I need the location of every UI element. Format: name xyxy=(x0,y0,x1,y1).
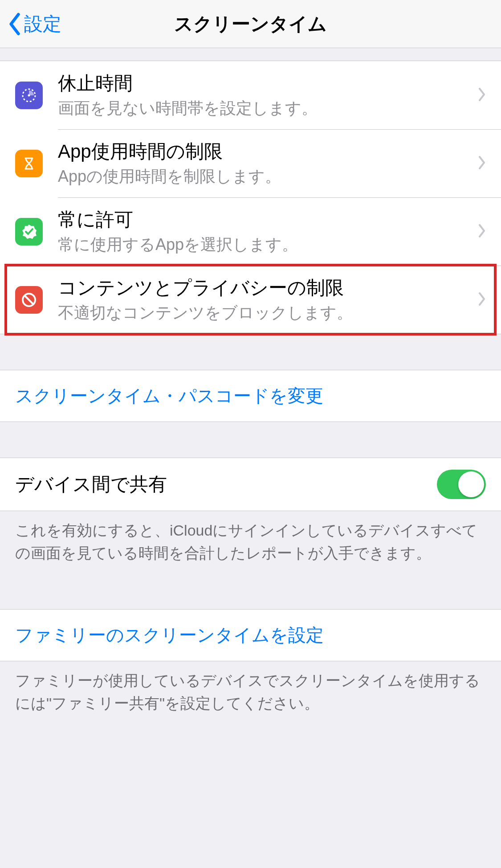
row-app-limits[interactable]: App使用時間の制限 Appの使用時間を制限します。 xyxy=(0,129,501,197)
family-footer: ファミリーが使用しているデバイスでスクリーンタイムを使用するには"ファミリー共有… xyxy=(0,661,501,715)
chevron-left-icon xyxy=(8,12,21,36)
row-always-allowed[interactable]: 常に許可 常に使用するAppを選択します。 xyxy=(0,197,501,266)
chevron-right-icon xyxy=(478,292,486,307)
row-title: 常に許可 xyxy=(58,207,472,233)
no-entry-icon xyxy=(15,286,43,314)
share-footer: これを有効にすると、iCloudにサインインしているデバイスすべての画面を見てい… xyxy=(0,511,501,565)
svg-point-1 xyxy=(28,94,30,96)
family-screentime-button[interactable]: ファミリーのスクリーンタイムを設定 xyxy=(0,609,501,661)
row-subtitle: 画面を見ない時間帯を設定します。 xyxy=(58,97,472,119)
share-label: デバイス間で共有 xyxy=(15,472,167,497)
settings-group: 休止時間 画面を見ない時間帯を設定します。 App使用時間の制限 Appの使用時… xyxy=(0,61,501,334)
row-subtitle: 不適切なコンテンツをブロックします。 xyxy=(58,302,472,324)
chevron-right-icon xyxy=(478,88,486,103)
row-subtitle: 常に使用するAppを選択します。 xyxy=(58,233,472,256)
row-title: コンテンツとプライバシーの制限 xyxy=(58,275,472,301)
hourglass-icon xyxy=(15,150,43,177)
change-passcode-label: スクリーンタイム・パスコードを変更 xyxy=(15,386,323,405)
row-downtime[interactable]: 休止時間 画面を見ない時間帯を設定します。 xyxy=(0,61,501,129)
share-across-devices-row: デバイス間で共有 xyxy=(0,458,501,511)
row-title: App使用時間の制限 xyxy=(58,139,472,164)
chevron-right-icon xyxy=(478,156,486,171)
nav-bar: 設定 スクリーンタイム xyxy=(0,0,501,48)
row-subtitle: Appの使用時間を制限します。 xyxy=(58,165,472,188)
checkmark-seal-icon xyxy=(15,218,43,246)
page-title: スクリーンタイム xyxy=(174,12,327,37)
row-title: 休止時間 xyxy=(58,71,472,96)
back-button[interactable]: 設定 xyxy=(8,0,61,48)
change-passcode-button[interactable]: スクリーンタイム・パスコードを変更 xyxy=(0,370,501,422)
svg-line-3 xyxy=(25,296,33,304)
share-toggle[interactable] xyxy=(437,470,486,499)
row-content-privacy[interactable]: コンテンツとプライバシーの制限 不適切なコンテンツをブロックします。 xyxy=(0,266,501,334)
family-screentime-label: ファミリーのスクリーンタイムを設定 xyxy=(15,625,324,645)
back-label: 設定 xyxy=(24,12,61,37)
chevron-right-icon xyxy=(478,224,486,239)
downtime-icon xyxy=(15,82,43,109)
